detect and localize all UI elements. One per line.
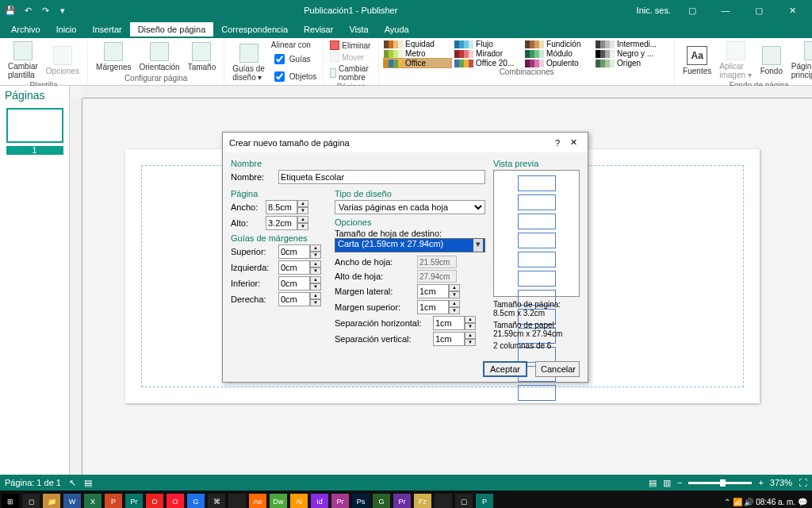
tab-diseno-pagina[interactable]: Diseño de página <box>130 22 214 37</box>
undo-icon[interactable]: ↶ <box>22 5 33 16</box>
taskbar-app-icon[interactable]: Ae <box>249 494 266 508</box>
save-icon[interactable]: 💾 <box>5 5 16 16</box>
zoom-slider[interactable] <box>688 482 752 484</box>
scheme-intermedi[interactable]: Intermedi... <box>596 40 663 48</box>
tab-ayuda[interactable]: Ayuda <box>377 22 417 37</box>
scheme-mirador[interactable]: Mirador <box>454 49 522 58</box>
taskbar-app-icon[interactable]: X <box>84 494 102 508</box>
tab-insertar[interactable]: Insertar <box>84 22 129 37</box>
taskbar-app-icon[interactable]: ⌘ <box>208 494 225 508</box>
objetos-checkbox[interactable]: Objetos <box>270 68 318 85</box>
taskbar-app-icon[interactable]: G <box>373 494 390 508</box>
input-margen-lateral[interactable] <box>417 284 449 298</box>
close-icon[interactable]: ✕ <box>780 6 804 16</box>
select-tipo-diseno[interactable]: Varias páginas en cada hoja <box>335 200 485 214</box>
taskbar-app-icon[interactable]: W <box>63 494 81 508</box>
margenes-button[interactable]: Márgenes <box>93 40 134 74</box>
input-inferior[interactable] <box>278 276 310 291</box>
guias-diseno-button[interactable]: Guías de diseño ▾ <box>229 40 268 85</box>
eliminar-button[interactable]: Eliminar <box>328 40 373 51</box>
tray-icons[interactable]: ⌃ 📶 🔊 <box>724 498 756 506</box>
status-page[interactable]: Página: 1 de 1 <box>5 478 61 487</box>
scheme-fundicin[interactable]: Fundición <box>525 40 592 48</box>
input-alto[interactable] <box>266 216 297 230</box>
scheme-negroy[interactable]: Negro y ... <box>596 49 663 58</box>
taskbar-app-icon[interactable] <box>228 494 246 508</box>
taskbar-app-icon[interactable]: ▢ <box>455 494 473 508</box>
taskbar-app-icon[interactable]: G <box>187 494 205 508</box>
tab-vista[interactable]: Vista <box>341 22 376 37</box>
scheme-office20[interactable]: Office 20... <box>454 59 522 67</box>
fuentes-button[interactable]: AaFuentes <box>680 40 714 81</box>
taskbar-app-icon[interactable]: Dw <box>270 494 287 508</box>
view-twopage-icon[interactable]: ▥ <box>663 478 671 488</box>
taskbar-app-icon[interactable]: Fz <box>414 494 431 508</box>
tab-archivo[interactable]: Archivo <box>3 22 48 37</box>
zoom-out-icon[interactable]: − <box>677 478 682 487</box>
orientacion-button[interactable]: Orientación <box>136 40 183 74</box>
scheme-flujo[interactable]: Flujo <box>454 40 522 48</box>
spin-up-icon[interactable]: ▲ <box>297 200 308 207</box>
taskbar-app-icon[interactable]: P <box>476 494 493 508</box>
tab-inicio[interactable]: Inicio <box>48 22 85 37</box>
scheme-office[interactable]: Office <box>384 59 451 67</box>
scheme-mdulo[interactable]: Módulo <box>525 49 592 58</box>
paginas-principales-button[interactable]: Páginas principales ▾ <box>788 40 812 81</box>
select-target-sheet[interactable]: Carta (21.59cm x 27.94cm) <box>335 238 485 252</box>
spin-down-icon[interactable]: ▼ <box>297 223 308 230</box>
taskbar-app-icon[interactable]: O <box>146 494 163 508</box>
input-margen-superior[interactable] <box>417 300 449 314</box>
input-ancho[interactable] <box>266 200 297 214</box>
input-sep-vertical[interactable] <box>433 332 465 346</box>
sign-in-link[interactable]: Inic. ses. <box>637 6 671 15</box>
input-superior[interactable] <box>278 244 310 259</box>
input-derecha[interactable] <box>278 292 310 306</box>
scheme-equidad[interactable]: Equidad <box>384 40 451 48</box>
cambiar-nombre-button[interactable]: Cambiar nombre <box>328 64 373 83</box>
tab-correspondencia[interactable]: Correspondencia <box>213 22 296 37</box>
guias-checkbox[interactable]: Guías <box>270 51 318 67</box>
tab-revisar[interactable]: Revisar <box>296 22 341 37</box>
aceptar-button[interactable]: Aceptar <box>483 361 527 377</box>
view-singlepage-icon[interactable]: ▤ <box>649 478 657 488</box>
taskbar-app-icon[interactable]: ◻ <box>22 494 40 508</box>
section-preview: Vista previa <box>493 159 580 168</box>
taskbar-app-icon[interactable] <box>435 494 452 508</box>
ribbon-options-icon[interactable]: ▢ <box>680 6 704 16</box>
cambiar-plantilla-button[interactable]: Cambiar plantilla <box>5 40 41 81</box>
scheme-origen[interactable]: Origen <box>596 59 663 67</box>
taskbar-app-icon[interactable]: O <box>167 494 184 508</box>
scheme-metro[interactable]: Metro <box>384 49 451 58</box>
taskbar-tray[interactable]: ⌃ 📶 🔊 08:46 a. m. 💬 <box>719 498 812 506</box>
taskbar-app-icon[interactable]: Ps <box>352 494 370 508</box>
taskbar-app-icon[interactable]: Pr <box>331 494 349 508</box>
input-sep-horizontal[interactable] <box>433 316 465 330</box>
notification-icon[interactable]: 💬 <box>798 498 807 506</box>
spin-down-icon[interactable]: ▼ <box>297 207 308 214</box>
fondo-button[interactable]: Fondo <box>756 40 787 81</box>
taskbar-app-icon[interactable]: P <box>105 494 122 508</box>
dialog-close-icon[interactable]: ✕ <box>565 137 581 148</box>
taskbar-app-icon[interactable]: Id <box>311 494 328 508</box>
taskbar-app-icon[interactable]: Ai <box>290 494 308 508</box>
input-nombre[interactable] <box>278 170 485 184</box>
tamano-button[interactable]: Tamaño <box>185 40 220 74</box>
color-schemes-gallery[interactable]: EquidadFlujoFundiciónIntermedi...MetroMi… <box>384 40 669 67</box>
taskbar-app-icon[interactable]: Pr <box>125 494 143 508</box>
dialog-help-icon[interactable]: ? <box>550 138 565 148</box>
taskbar-app-icon[interactable]: 📁 <box>43 494 60 508</box>
fit-page-icon[interactable]: ⛶ <box>799 478 807 487</box>
input-izquierda[interactable] <box>278 260 310 275</box>
qat-dropdown-icon[interactable]: ▾ <box>57 5 68 16</box>
maximize-icon[interactable]: ▢ <box>747 6 771 16</box>
scheme-opulento[interactable]: Opulento <box>525 59 592 67</box>
spin-up-icon[interactable]: ▲ <box>297 216 308 223</box>
cancelar-button[interactable]: Cancelar <box>535 361 580 377</box>
redo-icon[interactable]: ↷ <box>40 5 51 16</box>
taskbar-app-icon[interactable]: ⊞ <box>2 494 19 508</box>
page-thumbnail[interactable] <box>6 108 63 143</box>
minimize-icon[interactable]: — <box>714 6 737 15</box>
zoom-level[interactable]: 373% <box>770 478 792 487</box>
taskbar-app-icon[interactable]: Pr <box>393 494 411 508</box>
zoom-in-icon[interactable]: + <box>758 478 763 487</box>
